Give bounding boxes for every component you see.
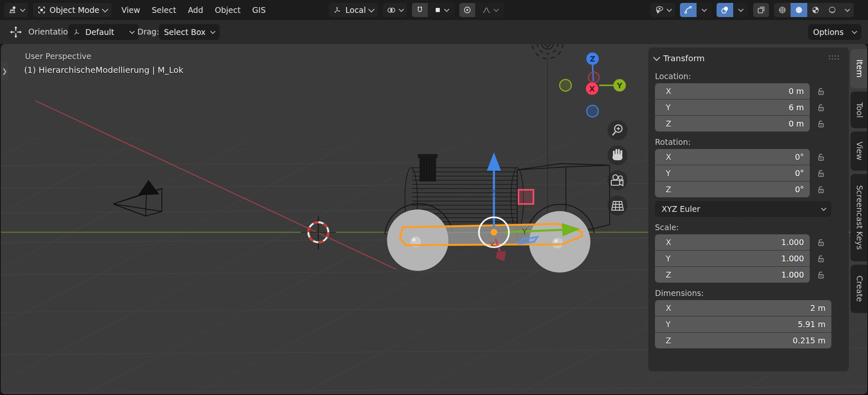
axis-label: X bbox=[666, 303, 671, 313]
drag-value: Select Box bbox=[164, 27, 207, 37]
menu-object[interactable]: Object bbox=[210, 4, 246, 16]
rotation-z-row: Z 0° bbox=[655, 181, 831, 197]
navigation-gizmo[interactable]: Z Y X bbox=[560, 52, 626, 117]
solid-sphere-icon bbox=[794, 5, 804, 15]
location-x-row: X 0 m bbox=[655, 83, 831, 99]
location-y-lock-button[interactable] bbox=[810, 102, 831, 112]
tab-screencast-keys[interactable]: Screencast Keys bbox=[851, 174, 867, 261]
pivot-point-icon bbox=[387, 5, 396, 15]
toolbar-expand-button[interactable]: ❯ bbox=[1, 62, 8, 81]
snap-target-dropdown[interactable] bbox=[428, 3, 454, 17]
shading-dropdown[interactable] bbox=[841, 3, 854, 17]
menu-add[interactable]: Add bbox=[183, 4, 208, 16]
scale-y-lock-button[interactable] bbox=[810, 253, 831, 263]
snap-toggle-button[interactable] bbox=[412, 3, 428, 17]
menu-view[interactable]: View bbox=[117, 4, 145, 16]
nav-axis-minus-x[interactable] bbox=[588, 72, 599, 83]
gizmo-x-label: X bbox=[489, 241, 495, 250]
menu-gis[interactable]: GIS bbox=[247, 4, 270, 16]
shading-rendered-button[interactable] bbox=[824, 3, 841, 17]
axis-label: Z bbox=[666, 336, 671, 345]
orientation-dropdown[interactable]: Default bbox=[68, 24, 139, 40]
axis-value: 0.215 m bbox=[793, 336, 826, 345]
location-x-lock-button[interactable] bbox=[810, 86, 831, 96]
camera-view-button[interactable] bbox=[608, 170, 627, 190]
shading-solid-button[interactable] bbox=[791, 3, 807, 17]
location-z-lock-button[interactable] bbox=[810, 119, 831, 129]
location-x-field[interactable]: X 0 m bbox=[655, 83, 810, 99]
nav-z-label: Z bbox=[590, 55, 595, 63]
left-hub-highlight bbox=[412, 238, 416, 241]
dimensions-z-field[interactable]: Z 0.215 m bbox=[655, 333, 831, 348]
scale-x-lock-button[interactable] bbox=[810, 237, 831, 247]
rotation-y-field[interactable]: Y 0° bbox=[655, 165, 810, 181]
rotation-x-lock-button[interactable] bbox=[810, 152, 831, 162]
shading-material-button[interactable] bbox=[807, 3, 824, 17]
mode-label: Object Mode bbox=[50, 5, 99, 15]
tab-tool[interactable]: Tool bbox=[851, 92, 867, 128]
options-dropdown[interactable]: Options bbox=[808, 24, 861, 40]
scale-x-field[interactable]: X 1.000 bbox=[655, 234, 810, 250]
axis-value: 0 m bbox=[789, 119, 804, 128]
axis-label: Z bbox=[666, 119, 671, 128]
rotation-z-lock-button[interactable] bbox=[810, 184, 831, 194]
camera-object[interactable] bbox=[113, 181, 162, 216]
unlock-icon bbox=[816, 168, 826, 178]
main-header: Object Mode View Select Add Object GIS L… bbox=[0, 0, 868, 20]
rotation-z-field[interactable]: Z 0° bbox=[655, 181, 810, 197]
orientation-axes-icon bbox=[333, 5, 342, 15]
menu-select[interactable]: Select bbox=[147, 4, 181, 16]
gizmos-dropdown[interactable] bbox=[697, 3, 712, 17]
nav-axis-minus-y[interactable] bbox=[560, 79, 571, 91]
zoom-button[interactable] bbox=[608, 120, 627, 140]
rotation-label: Rotation: bbox=[655, 137, 831, 147]
gizmo-z-arrow[interactable] bbox=[487, 152, 501, 171]
tab-create[interactable]: Create bbox=[851, 265, 867, 313]
sidebar-panel: Transform Location: X 0 m Y bbox=[648, 47, 849, 371]
dimensions-y-field[interactable]: Y 5.91 m bbox=[655, 316, 831, 332]
scale-z-field[interactable]: Z 1.000 bbox=[655, 267, 810, 283]
xray-toggle[interactable] bbox=[753, 3, 769, 17]
dimensions-x-field[interactable]: X 2 m bbox=[655, 300, 831, 316]
tab-view[interactable]: View bbox=[851, 132, 867, 171]
location-y-field[interactable]: Y 6 m bbox=[655, 99, 810, 115]
pivot-point-dropdown[interactable] bbox=[383, 3, 407, 17]
gizmos-toggle[interactable] bbox=[680, 3, 697, 17]
nav-x-label: X bbox=[589, 84, 595, 93]
overlays-dropdown[interactable] bbox=[733, 3, 748, 17]
light-object[interactable] bbox=[532, 44, 563, 231]
show-object-types-dropdown[interactable] bbox=[650, 3, 675, 17]
gizmo-plane-handle-x[interactable] bbox=[518, 190, 533, 204]
scale-y-field[interactable]: Y 1.000 bbox=[655, 251, 810, 266]
proportional-falloff-dropdown[interactable] bbox=[475, 3, 504, 17]
rotation-mode-dropdown[interactable]: XYZ Euler bbox=[655, 201, 831, 217]
rotation-y-lock-button[interactable] bbox=[810, 168, 831, 178]
panel-drag-handle-icon[interactable] bbox=[829, 55, 841, 61]
3d-viewport[interactable]: Z Y X Z Y X bbox=[1, 44, 867, 394]
scale-z-lock-button[interactable] bbox=[810, 270, 831, 280]
rotation-x-field[interactable]: X 0° bbox=[655, 149, 810, 165]
unlock-icon bbox=[816, 253, 826, 263]
snap-increment-icon bbox=[434, 6, 441, 14]
axis-label: X bbox=[666, 87, 671, 96]
transform-panel-header[interactable]: Transform bbox=[648, 47, 849, 66]
tab-item[interactable]: Item bbox=[851, 49, 867, 88]
orientation-value: Local bbox=[345, 5, 366, 15]
gizmo-x-arrow[interactable] bbox=[496, 251, 506, 261]
axis-label: Z bbox=[666, 270, 671, 279]
transform-orientation-dropdown[interactable]: Local bbox=[329, 3, 378, 17]
drag-dropdown[interactable]: Select Box bbox=[159, 24, 220, 40]
shading-wireframe-button[interactable] bbox=[774, 3, 791, 17]
axis-value: 1.000 bbox=[781, 270, 804, 279]
rendered-sphere-icon bbox=[828, 5, 837, 15]
overlays-toggle[interactable] bbox=[717, 3, 733, 17]
nav-axis-minus-z[interactable] bbox=[587, 105, 598, 117]
proportional-editing-toggle[interactable] bbox=[459, 3, 475, 17]
object-mode-icon bbox=[37, 5, 46, 15]
location-z-field[interactable]: Z 0 m bbox=[655, 116, 810, 132]
editor-type-button[interactable] bbox=[4, 3, 28, 17]
pan-button[interactable] bbox=[608, 145, 627, 165]
axis-value: 6 m bbox=[789, 103, 804, 112]
mode-selector[interactable]: Object Mode bbox=[33, 3, 112, 17]
toggle-ortho-button[interactable] bbox=[608, 196, 627, 216]
